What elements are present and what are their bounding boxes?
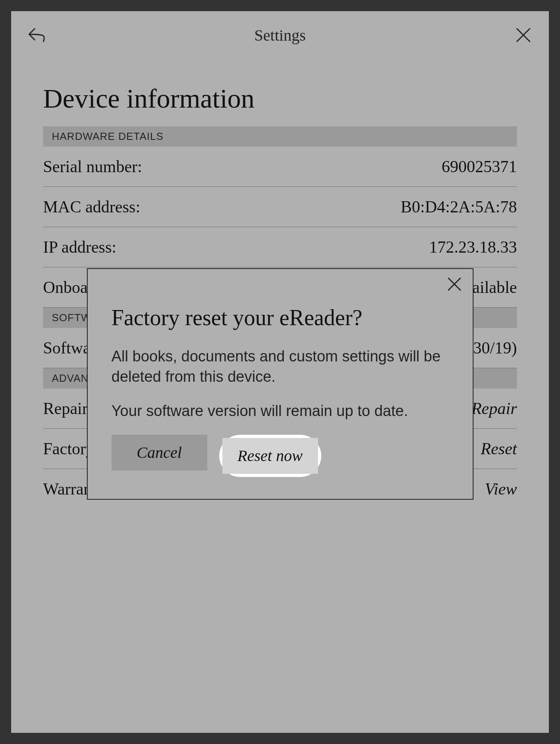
- warranty-action[interactable]: View: [485, 479, 517, 499]
- factory-reset-dialog: Factory reset your eReader? All books, d…: [87, 268, 474, 500]
- dialog-button-row: Cancel Reset now: [112, 435, 449, 477]
- page-title: Device information: [43, 83, 517, 114]
- hardware-section-header: HARDWARE DETAILS: [43, 126, 517, 147]
- serial-row: Serial number: 690025371: [43, 147, 517, 187]
- topbar: Settings: [11, 11, 549, 59]
- mac-value: B0:D4:2A:5A:78: [401, 197, 517, 216]
- serial-value: 690025371: [442, 157, 517, 176]
- serial-label: Serial number:: [43, 157, 142, 176]
- device-screen: Settings Device information HARDWARE DET…: [11, 11, 549, 733]
- dialog-close-icon[interactable]: [447, 277, 463, 293]
- repair-action[interactable]: Repair: [472, 399, 517, 418]
- mac-label: MAC address:: [43, 197, 140, 216]
- dialog-body-line1: All books, documents and custom settings…: [112, 346, 449, 387]
- dialog-body-line2: Your software version will remain up to …: [112, 401, 449, 421]
- close-icon[interactable]: [514, 26, 533, 45]
- ip-value: 172.23.18.33: [429, 238, 517, 257]
- dialog-title: Factory reset your eReader?: [112, 305, 449, 330]
- factory-reset-action[interactable]: Reset: [481, 439, 517, 458]
- reset-highlight: Reset now: [219, 435, 321, 477]
- mac-row: MAC address: B0:D4:2A:5A:78: [43, 187, 517, 227]
- reset-now-button[interactable]: Reset now: [222, 438, 318, 474]
- back-icon[interactable]: [27, 26, 46, 45]
- ip-row: IP address: 172.23.18.33: [43, 227, 517, 267]
- cancel-button[interactable]: Cancel: [112, 435, 207, 471]
- ip-label: IP address:: [43, 238, 116, 257]
- dialog-body: All books, documents and custom settings…: [112, 346, 449, 421]
- page-header-title: Settings: [254, 26, 306, 45]
